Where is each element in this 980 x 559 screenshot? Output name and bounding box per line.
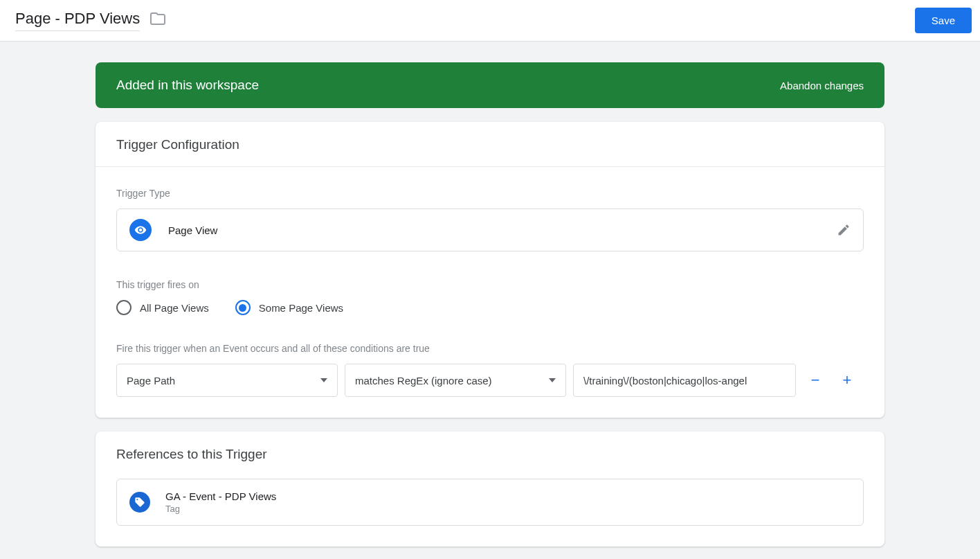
trigger-type-selector[interactable]: Page View — [116, 208, 864, 251]
edit-icon[interactable] — [837, 223, 851, 237]
radio-all-page-views[interactable]: All Page Views — [116, 300, 209, 315]
condition-variable-select[interactable]: Page Path — [116, 364, 338, 397]
chevron-down-icon — [549, 378, 556, 382]
content-column: Added in this workspace Abandon changes … — [96, 42, 884, 547]
title-wrap: Page - PDP Views — [15, 10, 166, 31]
page-header: Page - PDP Views Save — [0, 0, 980, 42]
save-button[interactable]: Save — [915, 8, 972, 33]
condition-row: Page Path matches RegEx (ignore case) − … — [116, 364, 864, 397]
trigger-config-title: Trigger Configuration — [96, 122, 884, 167]
tag-icon — [129, 492, 150, 513]
chevron-down-icon — [320, 378, 327, 382]
references-card: References to this Trigger GA - Event - … — [96, 432, 884, 547]
radio-all-label: All Page Views — [140, 302, 209, 314]
page-view-icon — [129, 219, 152, 241]
radio-selected-icon — [235, 300, 251, 315]
trigger-config-card: Trigger Configuration Trigger Type Page … — [96, 122, 884, 418]
radio-unselected-icon — [116, 300, 131, 315]
radio-some-page-views[interactable]: Some Page Views — [235, 300, 343, 315]
reference-item[interactable]: GA - Event - PDP Views Tag — [116, 479, 864, 526]
trigger-type-name: Page View — [168, 224, 217, 236]
condition-intro-label: Fire this trigger when an Event occurs a… — [116, 343, 864, 354]
reference-type: Tag — [165, 504, 276, 514]
condition-operator-value: matches RegEx (ignore case) — [355, 375, 492, 387]
condition-operator-select[interactable]: matches RegEx (ignore case) — [345, 364, 566, 397]
workspace-change-banner: Added in this workspace Abandon changes — [96, 62, 884, 108]
reference-name: GA - Event - PDP Views — [165, 490, 276, 502]
fires-on-label: This trigger fires on — [116, 279, 864, 290]
condition-variable-value: Page Path — [127, 375, 175, 387]
banner-title: Added in this workspace — [116, 78, 259, 93]
radio-some-label: Some Page Views — [259, 302, 343, 314]
condition-value-input[interactable] — [573, 364, 796, 397]
abandon-changes-button[interactable]: Abandon changes — [780, 80, 864, 91]
fires-on-radio-group: All Page Views Some Page Views — [116, 300, 864, 315]
references-title: References to this Trigger — [116, 447, 864, 462]
add-condition-button[interactable]: + — [835, 368, 860, 393]
folder-icon[interactable] — [149, 12, 166, 30]
page-title-input[interactable]: Page - PDP Views — [15, 10, 140, 31]
remove-condition-button[interactable]: − — [803, 368, 828, 393]
trigger-type-label: Trigger Type — [116, 188, 864, 199]
